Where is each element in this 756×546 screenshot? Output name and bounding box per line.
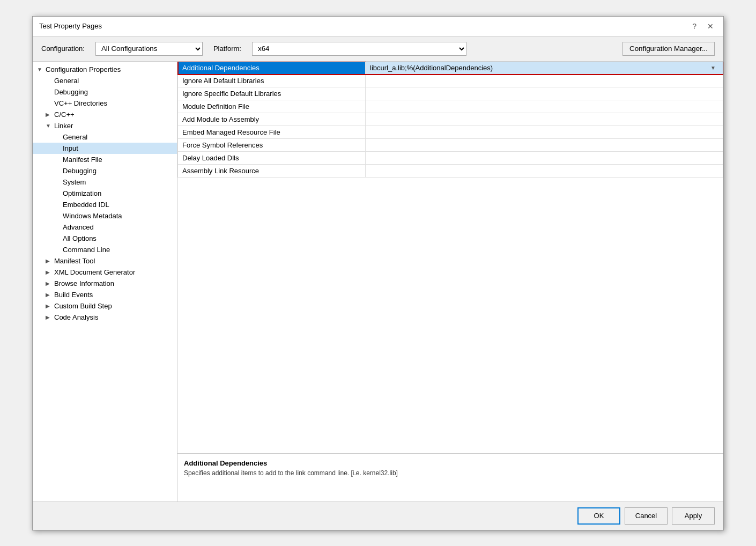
tree-panel: ▼Configuration PropertiesGeneralDebuggin… xyxy=(33,62,177,501)
table-row[interactable]: Ignore All Default Libraries xyxy=(178,75,723,87)
tree-item-linker-command-line[interactable]: Command Line xyxy=(33,244,177,255)
tree-item-label: Manifest Tool xyxy=(54,257,95,265)
property-name: Delay Loaded Dlls xyxy=(178,152,366,165)
tree-item-build-events[interactable]: ▶Build Events xyxy=(33,289,177,300)
tree-item-linker-manifest[interactable]: Manifest File xyxy=(33,154,177,165)
table-row[interactable]: Module Definition File xyxy=(178,100,723,113)
property-name: Add Module to Assembly xyxy=(178,113,366,126)
tree-arrow: ▼ xyxy=(46,123,54,129)
table-row[interactable]: Ignore Specific Default Libraries xyxy=(178,87,723,100)
tree-item-linker-optimization[interactable]: Optimization xyxy=(33,188,177,199)
test-property-pages-dialog: Test Property Pages ? ✕ Configuration: A… xyxy=(32,16,724,530)
property-name: Force Symbol References xyxy=(178,139,366,152)
table-row[interactable]: Delay Loaded Dlls xyxy=(178,152,723,165)
property-value xyxy=(366,75,723,87)
tree-item-label: Manifest File xyxy=(63,156,102,164)
tree-item-label: Input xyxy=(63,144,78,152)
tree-item-linker-windows-metadata[interactable]: Windows Metadata xyxy=(33,210,177,222)
platform-select[interactable]: x64 xyxy=(252,42,466,56)
title-bar: Test Property Pages ? ✕ xyxy=(33,17,723,36)
tree-item-debugging-top[interactable]: Debugging xyxy=(33,86,177,98)
tree-item-label: Configuration Properties xyxy=(46,65,121,73)
help-button[interactable]: ? xyxy=(689,21,700,32)
close-button[interactable]: ✕ xyxy=(704,21,717,32)
tree-item-general[interactable]: General xyxy=(33,75,177,86)
tree-item-vc-dirs[interactable]: VC++ Directories xyxy=(33,98,177,109)
property-name: Module Definition File xyxy=(178,100,366,113)
tree-item-config-props[interactable]: ▼Configuration Properties xyxy=(33,64,177,75)
table-row[interactable]: Force Symbol References xyxy=(178,139,723,152)
tree-item-linker-all-options[interactable]: All Options xyxy=(33,233,177,244)
title-bar-controls: ? ✕ xyxy=(689,21,717,32)
property-value xyxy=(366,100,723,113)
button-row: OK Cancel Apply xyxy=(33,501,723,530)
tree-item-custom-build[interactable]: ▶Custom Build Step xyxy=(33,300,177,312)
tree-item-label: System xyxy=(63,178,86,186)
tree-item-label: XML Document Generator xyxy=(54,268,135,276)
apply-button[interactable]: Apply xyxy=(672,507,715,525)
main-content: ▼Configuration PropertiesGeneralDebuggin… xyxy=(33,62,723,501)
property-name: Embed Managed Resource File xyxy=(178,126,366,139)
config-select[interactable]: All Configurations xyxy=(95,42,203,56)
property-name: Assembly Link Resource xyxy=(178,165,366,178)
property-value xyxy=(366,87,723,100)
description-title: Additional Dependencies xyxy=(184,459,717,467)
property-value xyxy=(366,152,723,165)
tree-item-code-analysis[interactable]: ▶Code Analysis xyxy=(33,312,177,323)
platform-label: Platform: xyxy=(213,45,241,53)
tree-item-browse-info[interactable]: ▶Browse Information xyxy=(33,278,177,289)
tree-arrow: ▶ xyxy=(46,292,54,298)
config-row: Configuration: All Configurations Platfo… xyxy=(33,36,723,62)
tree-arrow: ▶ xyxy=(46,281,54,286)
tree-item-label: Debugging xyxy=(54,88,88,96)
tree-item-label: All Options xyxy=(63,234,97,242)
tree-item-label: Embedded IDL xyxy=(63,201,109,209)
tree-arrow: ▼ xyxy=(37,67,46,72)
property-panel: Additional Dependencieslibcurl_a.lib;%(A… xyxy=(177,62,723,501)
tree-arrow: ▶ xyxy=(46,112,54,117)
tree-item-label: Advanced xyxy=(63,223,94,231)
tree-item-cpp[interactable]: ▶C/C++ xyxy=(33,109,177,120)
tree-arrow: ▶ xyxy=(46,314,54,320)
tree-item-linker-advanced[interactable]: Advanced xyxy=(33,222,177,233)
property-value-text: libcurl_a.lib;%(AdditionalDependencies) xyxy=(370,64,708,72)
tree-item-label: General xyxy=(54,77,79,85)
property-name: Additional Dependencies xyxy=(178,62,366,75)
table-row[interactable]: Embed Managed Resource File xyxy=(178,126,723,139)
tree-item-label: Linker xyxy=(54,122,73,130)
config-manager-button[interactable]: Configuration Manager... xyxy=(622,42,715,56)
tree-arrow: ▶ xyxy=(46,303,54,309)
description-panel: Additional Dependencies Specifies additi… xyxy=(177,453,723,501)
cancel-button[interactable]: Cancel xyxy=(625,507,668,525)
property-value xyxy=(366,113,723,126)
dialog-title: Test Property Pages xyxy=(39,22,102,30)
tree-item-linker-system[interactable]: System xyxy=(33,176,177,188)
tree-item-linker-input[interactable]: Input xyxy=(33,143,177,154)
tree-item-linker-general[interactable]: General xyxy=(33,131,177,143)
property-value[interactable]: libcurl_a.lib;%(AdditionalDependencies)▼ xyxy=(366,62,723,75)
tree-item-label: Build Events xyxy=(54,291,93,299)
property-value xyxy=(366,139,723,152)
tree-item-label: Optimization xyxy=(63,189,101,197)
config-label: Configuration: xyxy=(41,45,85,53)
tree-item-label: Debugging xyxy=(63,167,97,175)
dropdown-arrow-icon[interactable]: ▼ xyxy=(708,65,718,71)
property-name: Ignore All Default Libraries xyxy=(178,75,366,87)
tree-item-linker[interactable]: ▼Linker xyxy=(33,120,177,131)
tree-item-manifest-tool[interactable]: ▶Manifest Tool xyxy=(33,255,177,267)
tree-item-xml-doc-gen[interactable]: ▶XML Document Generator xyxy=(33,267,177,278)
table-row[interactable]: Add Module to Assembly xyxy=(178,113,723,126)
property-table: Additional Dependencieslibcurl_a.lib;%(A… xyxy=(177,62,723,453)
tree-item-label: General xyxy=(63,133,87,141)
table-row[interactable]: Additional Dependencieslibcurl_a.lib;%(A… xyxy=(178,62,723,75)
tree-item-label: Code Analysis xyxy=(54,313,98,321)
tree-item-label: VC++ Directories xyxy=(54,99,107,107)
ok-button[interactable]: OK xyxy=(577,507,620,525)
tree-item-linker-embedded-idl[interactable]: Embedded IDL xyxy=(33,199,177,210)
tree-arrow: ▶ xyxy=(46,269,54,275)
properties-table: Additional Dependencieslibcurl_a.lib;%(A… xyxy=(177,62,723,178)
property-value xyxy=(366,126,723,139)
property-name: Ignore Specific Default Libraries xyxy=(178,87,366,100)
table-row[interactable]: Assembly Link Resource xyxy=(178,165,723,178)
tree-item-linker-debugging[interactable]: Debugging xyxy=(33,165,177,176)
